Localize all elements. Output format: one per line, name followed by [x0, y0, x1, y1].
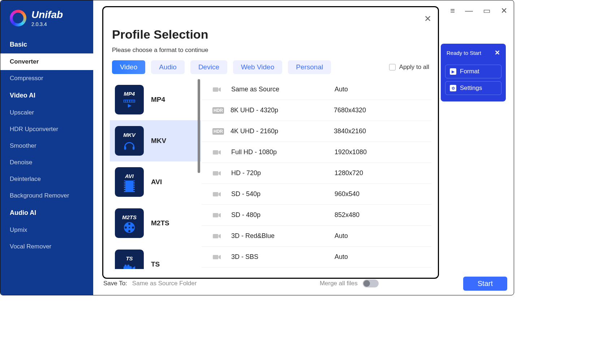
format-button-label: Format	[460, 68, 479, 75]
resolution-name: Full HD - 1080p	[231, 148, 335, 156]
resolution-size: Auto	[335, 86, 348, 93]
apply-to-all-label: Apply to all	[399, 64, 429, 71]
svg-point-28	[129, 227, 130, 228]
modal-close-icon[interactable]: ✕	[424, 14, 431, 24]
format-item-ts[interactable]: TSTS	[110, 244, 201, 269]
tab-audio[interactable]: Audio	[151, 60, 185, 74]
save-to-value[interactable]: Same as Source Folder	[132, 280, 197, 287]
resolution-list[interactable]: Same as SourceAutoHDR8K UHD - 4320p7680x…	[202, 79, 431, 269]
sidebar-group-video-ai: Video AI	[0, 87, 93, 104]
svg-rect-13	[124, 181, 125, 182]
resolution-row[interactable]: 3D - Red&BlueAuto	[202, 226, 431, 247]
close-icon[interactable]: ✕	[501, 6, 507, 16]
sidebar-item-vocal-remover[interactable]: Vocal Remover	[0, 238, 93, 255]
svg-rect-9	[133, 146, 134, 150]
logo-area: Unifab 2.0.3.4	[0, 9, 93, 36]
video-icon	[212, 87, 225, 92]
format-m2ts-icon: M2TS	[115, 208, 144, 238]
svg-rect-45	[213, 255, 218, 259]
svg-marker-44	[219, 234, 221, 238]
svg-rect-10	[125, 181, 133, 192]
format-mp4-icon: MP4	[115, 85, 144, 114]
menu-icon[interactable]: ≡	[450, 6, 455, 16]
svg-rect-17	[124, 190, 125, 191]
apply-to-all-checkbox[interactable]: Apply to all	[389, 64, 429, 71]
svg-marker-32	[133, 266, 135, 269]
sidebar-item-deinterlace[interactable]: Deinterlace	[0, 171, 93, 187]
resolution-row[interactable]: HD - 720p1280x720	[202, 163, 431, 184]
resolution-size: 1280x720	[335, 169, 363, 177]
svg-rect-15	[124, 186, 125, 187]
format-item-label: M2TS	[151, 219, 169, 227]
start-button[interactable]: Start	[463, 277, 507, 291]
logo-icon	[10, 10, 26, 26]
right-panel: Ready to Start ✕ ▶ Format ✿ Settings	[441, 44, 506, 101]
sidebar-item-compressor[interactable]: Compressor	[0, 70, 93, 87]
maximize-icon[interactable]: ▭	[483, 6, 491, 16]
window-controls: ≡ — ▭ ✕	[450, 6, 507, 16]
video-icon	[212, 212, 225, 218]
svg-point-27	[125, 226, 127, 229]
settings-button-label: Settings	[460, 84, 482, 92]
video-icon	[212, 150, 225, 155]
modal-subtitle: Please choose a format to continue	[112, 47, 431, 54]
svg-rect-5	[132, 100, 133, 102]
format-item-mp4[interactable]: MP4MP4	[110, 79, 201, 120]
resolution-row[interactable]: 3D - SBSAuto	[202, 247, 431, 268]
right-panel-close-icon[interactable]: ✕	[495, 49, 500, 57]
sidebar-item-upscaler[interactable]: Upscaler	[0, 104, 93, 121]
minimize-icon[interactable]: —	[465, 6, 473, 16]
tab-web-video[interactable]: Web Video	[233, 60, 282, 74]
svg-rect-18	[133, 181, 135, 182]
format-button[interactable]: ▶ Format	[445, 65, 501, 78]
resolution-row[interactable]: Full HD - 1080p1920x1080	[202, 142, 431, 163]
resolution-row[interactable]: Same as SourceAuto	[202, 79, 431, 100]
svg-marker-46	[219, 255, 221, 259]
tab-device[interactable]: Device	[190, 60, 227, 74]
svg-marker-36	[219, 150, 221, 155]
format-item-label: MP4	[151, 96, 165, 104]
resolution-name: 8K UHD - 4320p	[231, 107, 334, 114]
hdr-badge-icon: HDR	[212, 107, 224, 114]
svg-rect-14	[124, 183, 125, 185]
svg-rect-43	[213, 234, 218, 238]
right-panel-status: Ready to Start	[447, 50, 481, 56]
sidebar-item-converter[interactable]: Converter	[0, 53, 93, 70]
resolution-row[interactable]: SD - 480p852x480	[202, 205, 431, 226]
sidebar-item-upmix[interactable]: Upmix	[0, 222, 93, 238]
gear-icon: ✿	[450, 85, 456, 91]
svg-rect-21	[133, 188, 135, 189]
resolution-row[interactable]: SD - 540p960x540	[202, 184, 431, 205]
format-list[interactable]: MP4MP4MKVMKVAVIAVIM2TSM2TSTSTS	[110, 79, 202, 269]
sidebar-item-hdr-upconverter[interactable]: HDR Upconverter	[0, 121, 93, 138]
resolution-row[interactable]: HDR8K UHD - 4320p7680x4320	[202, 100, 431, 121]
resolution-row[interactable]: HDR4K UHD - 2160p3840x2160	[202, 121, 431, 142]
resolution-name: 3D - Red&Blue	[231, 232, 335, 240]
svg-rect-29	[124, 266, 132, 269]
svg-marker-7	[128, 104, 132, 108]
sidebar-item-denoise[interactable]: Denoise	[0, 154, 93, 171]
resolution-name: 3D - SBS	[231, 253, 335, 261]
svg-marker-38	[219, 171, 221, 176]
format-item-mkv[interactable]: MKVMKV	[110, 120, 201, 161]
svg-point-30	[125, 264, 127, 266]
svg-marker-40	[219, 192, 221, 196]
format-item-m2ts[interactable]: M2TSM2TS	[110, 203, 201, 244]
merge-toggle[interactable]	[363, 280, 379, 287]
sidebar-item-smoother[interactable]: Smoother	[0, 138, 93, 154]
svg-point-31	[127, 264, 129, 266]
resolution-size: 960x540	[335, 190, 359, 198]
svg-rect-3	[128, 100, 129, 102]
sidebar: Unifab 2.0.3.4 Basic Converter Compresso…	[0, 0, 93, 295]
video-icon	[212, 170, 225, 176]
save-to-label: Save To:	[103, 280, 127, 287]
sidebar-item-background-remover[interactable]: Background Remover	[0, 187, 93, 204]
resolution-size: 1920x1080	[335, 148, 367, 156]
format-item-avi[interactable]: AVIAVI	[110, 161, 201, 203]
tab-video[interactable]: Video	[112, 60, 145, 74]
tab-personal[interactable]: Personal	[288, 60, 331, 74]
app-version: 2.0.3.4	[31, 21, 63, 27]
svg-marker-42	[219, 213, 221, 217]
settings-button[interactable]: ✿ Settings	[445, 81, 501, 95]
format-item-label: TS	[151, 260, 160, 268]
